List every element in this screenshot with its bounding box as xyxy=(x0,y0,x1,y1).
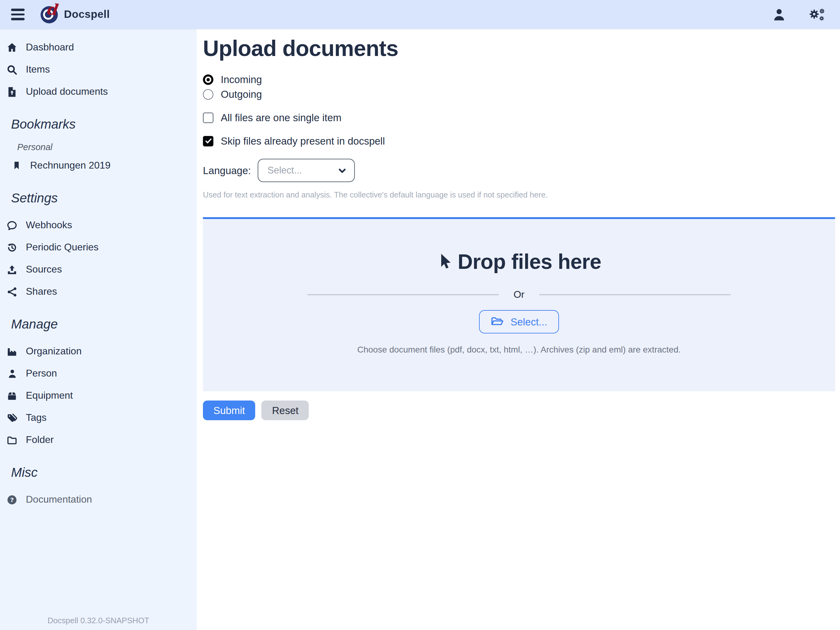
sidebar-item-label: Items xyxy=(26,64,50,75)
radio-unchecked-icon xyxy=(203,89,213,99)
sidebar-item-label: Shares xyxy=(26,286,57,297)
gears-icon xyxy=(808,7,825,22)
sidebar-item-label: Rechnungen 2019 xyxy=(30,160,111,171)
sidebar-item-equipment[interactable]: Equipment xyxy=(6,385,197,407)
sidebar-item-label: Folder xyxy=(26,434,54,445)
sidebar-item-organization[interactable]: Organization xyxy=(6,340,197,362)
direction-radio-group: Incoming Outgoing xyxy=(203,72,835,101)
sidebar-item-shares[interactable]: Shares xyxy=(6,280,197,303)
share-nodes-icon xyxy=(6,287,18,297)
folder-icon xyxy=(6,435,18,445)
sidebar-item-label: Dasbhoard xyxy=(26,42,74,53)
topbar: d Docspell xyxy=(0,0,840,29)
radio-label: Outgoing xyxy=(221,88,262,100)
or-label: Or xyxy=(513,289,524,300)
sidebar-item-webhooks[interactable]: Webhooks xyxy=(6,214,197,236)
select-files-button[interactable]: Select... xyxy=(479,310,559,334)
file-dropzone[interactable]: Drop files here Or Select... Choose docu… xyxy=(203,217,835,391)
sidebar-item-label: Documentation xyxy=(26,494,92,505)
select-files-label: Select... xyxy=(510,316,547,328)
sidebar: Dasbhoard Items Upload documents Bookmar… xyxy=(0,29,197,630)
sidebar-item-person[interactable]: Person xyxy=(6,362,197,385)
checkbox-label: Skip files already present in docspell xyxy=(221,135,385,147)
docspell-app: d Docspell xyxy=(0,0,840,630)
sidebar-item-sources[interactable]: Sources xyxy=(6,258,197,280)
radio-incoming[interactable]: Incoming xyxy=(203,72,835,87)
sidebar-item-label: Organization xyxy=(26,346,82,357)
sidebar-item-label: Equipment xyxy=(26,390,73,401)
comment-icon xyxy=(6,220,18,230)
language-row: Language: Select... xyxy=(203,159,835,182)
account-button[interactable] xyxy=(772,8,786,21)
sidebar-item-documentation[interactable]: ? Documentation xyxy=(6,489,197,511)
industry-icon xyxy=(6,346,18,356)
skip-present-option: Skip files already present in docspell xyxy=(203,133,835,148)
tags-icon xyxy=(6,413,18,423)
or-divider: Or xyxy=(307,289,731,300)
brand[interactable]: d Docspell xyxy=(41,6,110,23)
house-icon xyxy=(6,42,18,52)
user-icon xyxy=(772,8,786,21)
chevron-down-icon xyxy=(338,166,347,175)
dropzone-title: Drop files here xyxy=(458,250,601,274)
checkbox-unchecked-icon xyxy=(203,112,213,123)
radio-checked-icon xyxy=(203,74,213,85)
person-icon xyxy=(6,368,18,379)
page-title: Upload documents xyxy=(203,35,835,62)
sidebar-item-upload-documents[interactable]: Upload documents xyxy=(6,81,197,103)
sidebar-item-items[interactable]: Items xyxy=(6,59,197,81)
form-actions: Submit Reset xyxy=(203,400,835,420)
section-title-misc: Misc xyxy=(11,464,197,481)
select-placeholder: Select... xyxy=(267,165,302,176)
menu-toggle-button[interactable] xyxy=(10,6,26,22)
app-name: Docspell xyxy=(64,8,110,21)
dropzone-hint: Choose document files (pdf, docx, txt, h… xyxy=(357,345,681,355)
upload-icon xyxy=(6,264,18,275)
file-upload-icon xyxy=(6,86,18,97)
bookmark-group-label: Personal xyxy=(17,141,197,153)
checkbox-label: All files are one single item xyxy=(221,112,342,123)
sidebar-item-label: Tags xyxy=(26,412,47,423)
checkbox-single-item[interactable]: All files are one single item xyxy=(203,110,835,125)
sidebar-item-label: Upload documents xyxy=(26,86,108,97)
language-label: Language: xyxy=(203,165,251,176)
collective-settings-button[interactable] xyxy=(808,7,825,22)
reset-button[interactable]: Reset xyxy=(262,400,309,420)
radio-outgoing[interactable]: Outgoing xyxy=(203,87,835,101)
single-item-option: All files are one single item xyxy=(203,110,835,125)
sidebar-item-label: Webhooks xyxy=(26,220,72,231)
radio-label: Incoming xyxy=(221,73,262,85)
sidebar-item-bookmark-rechnungen-2019[interactable]: Rechnungen 2019 xyxy=(11,154,197,177)
sidebar-item-label: Periodic Queries xyxy=(26,242,99,253)
language-select[interactable]: Select... xyxy=(257,159,355,182)
sidebar-item-tags[interactable]: Tags xyxy=(6,407,197,429)
sidebar-item-folder[interactable]: Folder xyxy=(6,429,197,451)
sidebar-item-dashboard[interactable]: Dasbhoard xyxy=(6,36,197,59)
search-icon xyxy=(6,64,18,75)
section-title-bookmarks: Bookmarks xyxy=(11,116,197,133)
history-icon xyxy=(6,242,18,253)
section-title-settings: Settings xyxy=(11,190,197,207)
language-help-text: Used for text extraction and analysis. T… xyxy=(203,190,835,199)
upload-page: Upload documents Incoming Outgoing All f… xyxy=(197,29,840,630)
mouse-pointer-icon xyxy=(437,253,452,271)
submit-button[interactable]: Submit xyxy=(203,400,256,420)
sidebar-item-label: Person xyxy=(26,368,57,379)
svg-text:?: ? xyxy=(10,496,14,503)
folder-open-icon xyxy=(491,316,504,327)
sidebar-item-label: Sources xyxy=(26,264,62,275)
bookmark-icon xyxy=(11,161,22,171)
box-icon xyxy=(6,390,18,401)
section-title-manage: Manage xyxy=(11,316,197,333)
question-circle-icon: ? xyxy=(6,494,18,505)
checkbox-skip-present[interactable]: Skip files already present in docspell xyxy=(203,133,835,148)
docspell-logo-icon: d xyxy=(41,6,58,23)
app-version: Docspell 0.32.0-SNAPSHOT xyxy=(0,616,197,625)
checkbox-checked-icon xyxy=(203,136,213,146)
sidebar-item-periodic-queries[interactable]: Periodic Queries xyxy=(6,236,197,258)
